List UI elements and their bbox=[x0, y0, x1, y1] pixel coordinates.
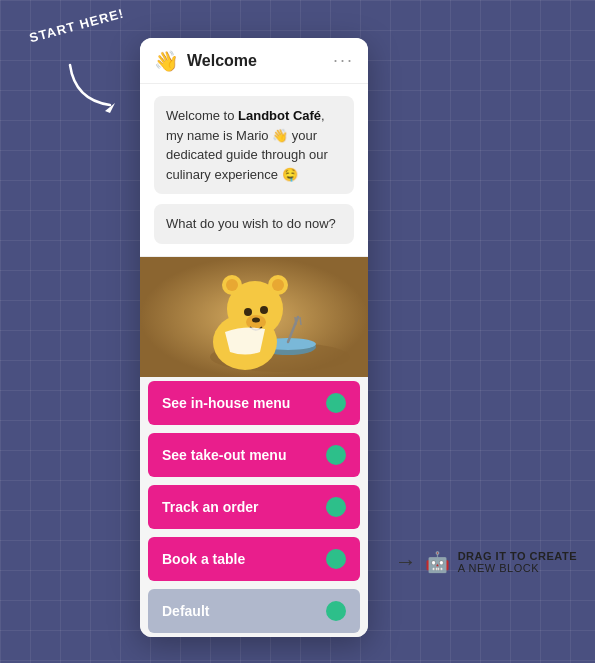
chat-messages: Welcome to Landbot Café, my name is Mari… bbox=[140, 84, 368, 257]
svg-line-18 bbox=[300, 317, 301, 325]
chat-header: 👋 Welcome ··· bbox=[140, 38, 368, 84]
see-takeout-menu-button[interactable]: See take-out menu bbox=[148, 433, 360, 477]
svg-point-12 bbox=[244, 308, 252, 316]
drag-icon: 🤖 bbox=[425, 550, 450, 574]
start-here-arrow-icon bbox=[60, 55, 120, 115]
svg-point-15 bbox=[252, 317, 260, 322]
button-dot-icon bbox=[326, 549, 346, 569]
header-menu-button[interactable]: ··· bbox=[333, 50, 354, 71]
header-wave-icon: 👋 bbox=[154, 51, 179, 71]
chat-buttons: See in-house menu See take-out menu Trac… bbox=[140, 377, 368, 637]
drag-arrow-icon: → bbox=[395, 549, 417, 575]
drag-text: DRAG IT TO CREATE A NEW BLOCK bbox=[458, 550, 577, 574]
track-order-button[interactable]: Track an order bbox=[148, 485, 360, 529]
svg-line-17 bbox=[295, 317, 296, 325]
button-dot-icon bbox=[326, 601, 346, 621]
drag-annotation: → 🤖 DRAG IT TO CREATE A NEW BLOCK bbox=[395, 549, 577, 575]
book-table-button[interactable]: Book a table bbox=[148, 537, 360, 581]
header-title: Welcome bbox=[187, 52, 325, 70]
chat-image bbox=[140, 257, 368, 377]
message-bubble-2: What do you wish to do now? bbox=[154, 204, 354, 244]
see-inhouse-menu-button[interactable]: See in-house menu bbox=[148, 381, 360, 425]
start-here-label: START HERE! bbox=[28, 6, 126, 46]
button-dot-icon bbox=[326, 497, 346, 517]
svg-point-13 bbox=[260, 306, 268, 314]
svg-point-9 bbox=[226, 279, 238, 291]
button-dot-icon bbox=[326, 445, 346, 465]
chat-widget: 👋 Welcome ··· Welcome to Landbot Café, m… bbox=[140, 38, 368, 637]
svg-point-11 bbox=[272, 279, 284, 291]
default-button[interactable]: Default bbox=[148, 589, 360, 633]
button-dot-icon bbox=[326, 393, 346, 413]
message-bubble-1: Welcome to Landbot Café, my name is Mari… bbox=[154, 96, 354, 194]
